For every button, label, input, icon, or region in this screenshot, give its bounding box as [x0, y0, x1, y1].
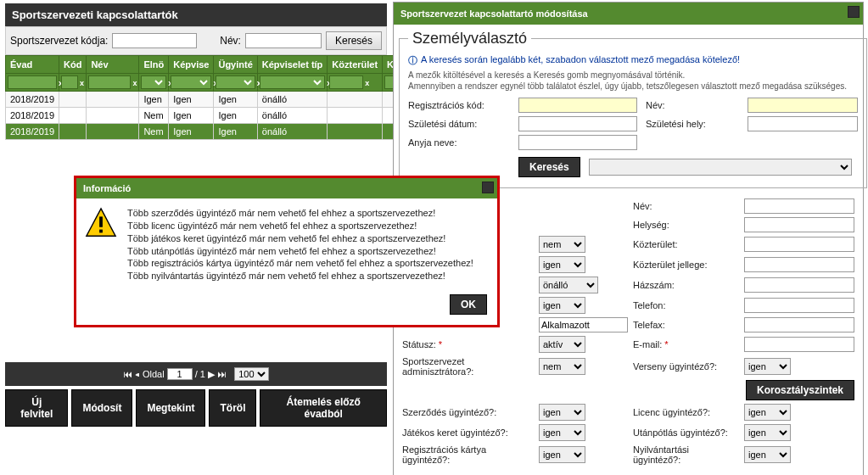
filter-nev[interactable]	[88, 75, 131, 89]
ok-button[interactable]: OK	[450, 294, 487, 315]
chooser-search-button[interactable]: Keresés	[518, 157, 580, 177]
birthplace-label: Születési hely:	[646, 119, 739, 129]
verseny-label: Verseny ügyintéző?:	[633, 361, 739, 372]
modify-button[interactable]: Módosít	[71, 389, 132, 427]
clear-icon[interactable]: x	[80, 79, 84, 87]
filter-kozterulet[interactable]	[329, 75, 363, 89]
col-evad[interactable]: Évad	[6, 56, 59, 74]
kozterulet-jellege-input[interactable]	[744, 257, 854, 272]
pager-page-input[interactable]	[167, 368, 193, 380]
col-ugyinte[interactable]: Ügyinté	[214, 56, 257, 74]
dialog-footer: OK	[76, 291, 497, 325]
code-label: Sportszervezet kódja:	[10, 35, 108, 47]
reg-code-label: Regisztrációs kód:	[408, 100, 510, 110]
col-elnok[interactable]: Elnö	[139, 56, 169, 74]
name-input-chooser[interactable]	[748, 98, 858, 113]
name-label: Név:	[220, 35, 241, 47]
pager-next-icon[interactable]: ▶	[208, 369, 215, 379]
col-nev[interactable]: Név	[87, 56, 139, 74]
close-icon[interactable]	[848, 6, 860, 18]
info-line: Amennyiben a rendszer egynél több talála…	[408, 81, 858, 91]
filter-evad[interactable]	[8, 75, 57, 89]
svg-rect-2	[99, 230, 103, 233]
new-button[interactable]: Új felvitel	[5, 389, 68, 427]
table-row-selected[interactable]: 2018/2019 Nem Igen Igen önálló	[6, 124, 421, 140]
telefax-input[interactable]	[744, 317, 854, 332]
chooser-form: Regisztrációs kód: Név: Születési dátum:…	[408, 98, 858, 150]
copy-prev-button[interactable]: Átemelés előző évadból	[260, 389, 387, 427]
email-input[interactable]	[744, 337, 854, 352]
jatekos-label: Játékos keret ügyintéző?:	[402, 428, 534, 438]
dialog-title-text: Információ	[83, 183, 131, 193]
pager-perpage-select[interactable]: 100	[234, 367, 269, 381]
chooser-result-select[interactable]	[589, 159, 852, 176]
cell: Igen	[169, 108, 214, 124]
licenc-select[interactable]: igen	[744, 404, 791, 421]
close-icon[interactable]	[482, 182, 494, 193]
korosztaly-button[interactable]: Korosztályszintek	[746, 380, 854, 400]
select-4[interactable]: igen	[539, 297, 585, 314]
filter-kod[interactable]	[61, 75, 78, 89]
cell: Igen	[169, 124, 214, 140]
helyseg-label: Helység:	[633, 220, 739, 230]
pager-label: Oldal	[143, 369, 165, 379]
person-chooser-fieldset: Személyválasztó ⓘ A keresés során legalá…	[399, 30, 867, 188]
filter-ugyinte[interactable]	[216, 75, 255, 89]
mother-input[interactable]	[518, 135, 637, 150]
filter-ktip[interactable]	[260, 75, 326, 89]
info-dialog: Információ Több szerződés ügyintéző már …	[74, 176, 500, 327]
right-button-bar: Ment Ment és Bezár Bezár	[394, 470, 863, 475]
admin-select[interactable]: nem	[539, 358, 585, 375]
telefon-label: Telefon:	[633, 300, 739, 310]
nev-label: Név:	[633, 201, 739, 211]
clear-icon[interactable]: x	[365, 79, 369, 87]
telefon-input[interactable]	[744, 298, 854, 313]
reg-code-input[interactable]	[518, 98, 637, 113]
table-row[interactable]: 2018/2019 Igen Igen Igen önálló	[6, 92, 421, 108]
view-button[interactable]: Megtekint	[136, 389, 205, 427]
col-kepviselet-tip[interactable]: Képviselet típ	[257, 56, 328, 74]
hazszam-label: Házszám:	[633, 280, 739, 290]
szerzodes-select[interactable]: igen	[539, 404, 585, 421]
verseny-select[interactable]: igen	[744, 358, 791, 375]
statusz-select[interactable]: aktív	[539, 336, 585, 353]
licenc-label: Licenc ügyintéző?:	[633, 407, 739, 417]
col-kod[interactable]: Kód	[59, 56, 87, 74]
nyilvantartasi-select[interactable]: igen	[744, 446, 791, 463]
kozterulet-input[interactable]	[744, 237, 854, 252]
hazszam-input[interactable]	[744, 277, 854, 293]
dialog-line: Több utánpótlás ügyintéző már nem vehető…	[127, 245, 473, 258]
col-kepvise[interactable]: Képvise	[169, 56, 214, 74]
utanpotlas-select[interactable]: igen	[744, 424, 791, 441]
cell: önálló	[257, 124, 328, 140]
alkalmazott-input[interactable]	[539, 317, 628, 332]
select-3[interactable]: önálló	[539, 277, 598, 293]
dialog-line: Több szerződés ügyintéző már nem vehető …	[127, 207, 473, 220]
name-input[interactable]	[245, 33, 322, 48]
select-1[interactable]: nem	[539, 236, 585, 253]
jatekos-select[interactable]: igen	[539, 424, 585, 441]
table-row[interactable]: 2018/2019 Nem Igen Igen önálló	[6, 108, 421, 124]
pager-last-icon[interactable]: ⏭	[217, 369, 227, 379]
mother-label: Anyja neve:	[408, 137, 510, 148]
col-kozterulet[interactable]: Közterület	[328, 56, 383, 74]
clear-icon[interactable]: x	[132, 79, 137, 87]
nev-input[interactable]	[744, 198, 854, 214]
filter-kepvise[interactable]	[171, 75, 211, 89]
regkartya-select[interactable]: igen	[539, 446, 585, 463]
search-button-left[interactable]: Keresés	[326, 31, 382, 50]
select-2[interactable]: igen	[539, 256, 585, 273]
birthdate-input[interactable]	[518, 116, 637, 131]
telefax-label: Telefax:	[633, 320, 739, 330]
code-input[interactable]	[112, 33, 197, 48]
cell: Igen	[214, 92, 257, 108]
helyseg-input[interactable]	[744, 217, 854, 232]
filter-elnok[interactable]	[141, 75, 166, 89]
delete-button[interactable]: Töröl	[209, 389, 256, 427]
pager-total: / 1	[195, 369, 205, 379]
birthplace-input[interactable]	[748, 116, 858, 131]
pager-prev-icon[interactable]: ◀	[135, 369, 140, 379]
cell: önálló	[257, 92, 328, 108]
warning-icon	[85, 207, 117, 239]
pager-first-icon[interactable]: ⏮	[123, 369, 132, 379]
